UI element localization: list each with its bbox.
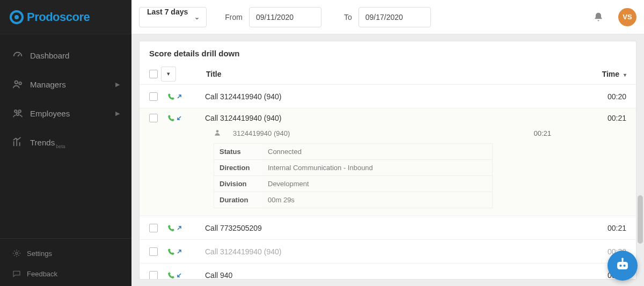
table-row[interactable]: Call 3124419940 (940)00:213124419940 (94… <box>140 108 636 216</box>
call-direction-icon <box>167 272 182 279</box>
notifications-button[interactable] <box>589 8 608 26</box>
sidebar-item-label: Settings <box>27 250 52 258</box>
column-time[interactable]: Time ▾ <box>602 70 626 78</box>
detail-key: Duration <box>214 192 262 208</box>
trends-icon <box>11 136 25 148</box>
row-checkbox[interactable] <box>149 92 158 101</box>
beta-badge: beta <box>56 144 65 157</box>
svg-point-1 <box>14 15 19 19</box>
sidebar-item-employees[interactable]: Employees ▶ <box>0 99 131 128</box>
arrow-out-icon <box>176 248 182 255</box>
call-direction-icon <box>167 93 182 100</box>
chatbot-button[interactable] <box>608 251 638 281</box>
detail-header-label: 3124419940 (940) <box>233 129 290 137</box>
svg-point-10 <box>619 265 621 267</box>
sidebar-item-dashboard[interactable]: Dashboard <box>0 41 131 70</box>
sidebar-item-managers[interactable]: Managers ▶ <box>0 70 131 99</box>
sidebar-bottom: Settings Feedback <box>0 238 131 286</box>
chevron-right-icon: ▶ <box>115 110 120 117</box>
svg-point-7 <box>16 252 18 254</box>
column-time-label: Time <box>602 70 619 78</box>
employees-icon <box>11 107 25 119</box>
main: Last 7 days ⌄ From To VS Score details d… <box>131 0 644 286</box>
call-direction-icon <box>167 224 182 232</box>
sidebar-item-label: Dashboard <box>30 51 69 60</box>
scrollbar-thumb[interactable] <box>638 195 643 244</box>
topbar: Last 7 days ⌄ From To VS <box>131 0 644 34</box>
detail-value: 00m 29s <box>262 192 492 208</box>
bell-icon <box>593 12 604 23</box>
sidebar-item-label: Employees <box>30 109 70 118</box>
chatbot-icon <box>613 256 632 275</box>
row-title: Call 940 <box>205 271 608 280</box>
person-icon <box>214 129 223 138</box>
row-checkbox[interactable] <box>149 247 158 256</box>
svg-point-11 <box>623 265 625 267</box>
call-direction-icon <box>167 248 182 255</box>
detail-header-time: 00:21 <box>533 129 626 137</box>
detail-table: StatusConnectedDirectionInternal Communi… <box>214 143 493 208</box>
content: Score details drill down ▾ Title Time ▾ … <box>131 34 644 286</box>
table-row[interactable]: Call 94000:30 <box>140 263 636 279</box>
row-checkbox[interactable] <box>149 224 158 232</box>
detail-key: Direction <box>214 160 262 175</box>
detail-row: DirectionInternal Communication - Inboun… <box>214 159 492 175</box>
from-label: From <box>225 13 243 21</box>
row-title: Call 3124419940 (940) <box>205 92 608 101</box>
row-checkbox[interactable] <box>149 114 158 122</box>
table-body: Call 3124419940 (940)00:20Call 312441994… <box>140 85 636 279</box>
brand-logo[interactable]: Prodoscore <box>0 0 131 34</box>
table-row[interactable]: Call 3124419940 (940)00:20 <box>140 85 636 108</box>
chevron-down-icon: ⌄ <box>194 13 200 21</box>
phone-icon <box>167 114 175 122</box>
detail-value: Development <box>262 176 492 192</box>
to-date-input[interactable] <box>358 7 431 27</box>
svg-point-3 <box>19 82 21 85</box>
row-title: Call 7732505209 <box>205 224 608 232</box>
column-title[interactable]: Title <box>206 70 222 78</box>
range-label: Last 7 days <box>147 8 188 16</box>
arrow-out-icon <box>176 93 182 100</box>
arrow-in-icon <box>176 272 182 278</box>
feedback-icon <box>11 269 23 278</box>
detail-key: Division <box>214 176 262 192</box>
app-root: Prodoscore Dashboard Managers ▶ Emp <box>0 0 644 286</box>
table-row[interactable]: Call 3124419940 (940)00:30 <box>140 240 636 263</box>
sidebar-nav: Dashboard Managers ▶ Employees ▶ <box>0 34 131 238</box>
sidebar-item-settings[interactable]: Settings <box>0 243 131 263</box>
detail-row: Duration00m 29s <box>214 192 492 208</box>
row-time: 00:21 <box>608 114 626 122</box>
user-avatar[interactable]: VS <box>618 8 636 26</box>
svg-point-13 <box>621 258 624 260</box>
logo-icon <box>10 10 24 24</box>
score-details-panel: Score details drill down ▾ Title Time ▾ … <box>139 41 636 280</box>
avatar-initials: VS <box>623 13 632 21</box>
detail-row: StatusConnected <box>214 143 492 159</box>
row-time: 00:21 <box>608 224 626 232</box>
detail-row: DivisionDevelopment <box>214 175 492 192</box>
row-checkbox[interactable] <box>149 271 158 280</box>
sidebar-item-trends[interactable]: Trends beta <box>0 128 131 157</box>
from-date-input[interactable] <box>249 7 321 27</box>
chevron-right-icon: ▶ <box>115 81 120 88</box>
panel-heading: Score details drill down <box>140 41 636 63</box>
sidebar-item-feedback[interactable]: Feedback <box>0 263 131 284</box>
bulk-actions-dropdown[interactable]: ▾ <box>161 67 176 82</box>
managers-icon <box>11 78 25 90</box>
arrow-in-icon <box>176 115 182 121</box>
sort-down-icon: ▾ <box>624 72 626 78</box>
row-title: Call 3124419940 (940) <box>205 114 608 122</box>
call-direction-icon <box>167 114 182 122</box>
detail-header: 3124419940 (940)00:21 <box>214 129 626 138</box>
select-all-checkbox[interactable] <box>149 70 158 78</box>
sidebar-item-label: Managers <box>30 80 66 89</box>
table-row[interactable]: Call 773250520900:21 <box>140 216 636 240</box>
date-range-select[interactable]: Last 7 days ⌄ <box>139 7 207 27</box>
detail-value: Internal Communication - Inbound <box>262 160 492 175</box>
gauge-icon <box>11 49 25 61</box>
gear-icon <box>11 249 23 258</box>
svg-point-4 <box>14 110 17 113</box>
row-time: 00:20 <box>608 92 626 101</box>
phone-icon <box>167 248 175 255</box>
svg-point-5 <box>18 110 21 113</box>
